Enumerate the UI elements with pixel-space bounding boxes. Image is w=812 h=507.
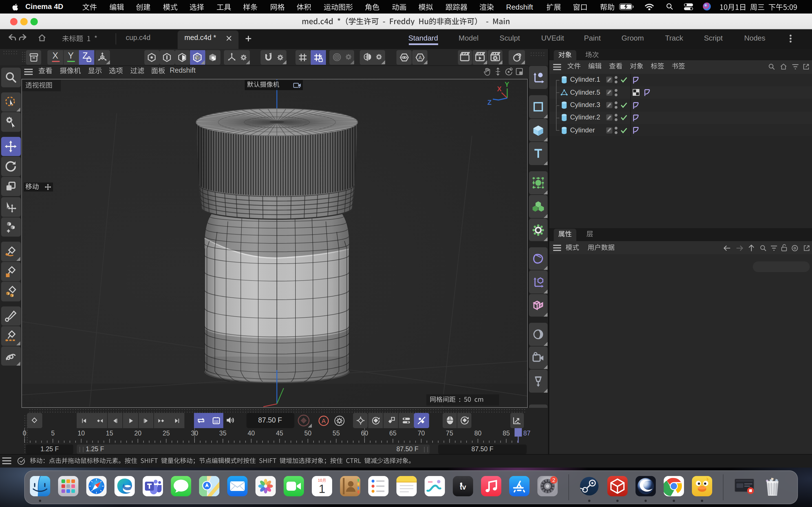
svg-text:5: 5	[51, 430, 55, 437]
svg-text:30: 30	[191, 430, 198, 437]
svg-text:65: 65	[389, 430, 397, 437]
svg-text:Z: Z	[488, 99, 492, 106]
svg-text:60: 60	[361, 430, 368, 437]
svg-text:2: 2	[552, 477, 555, 483]
svg-text:70: 70	[417, 430, 425, 437]
svg-text:15: 15	[106, 430, 113, 437]
svg-text:35: 35	[219, 430, 227, 437]
svg-text:87: 87	[523, 430, 530, 437]
svg-text:X: X	[497, 85, 502, 93]
svg-text:10月: 10月	[317, 478, 326, 482]
svg-text:1: 1	[318, 482, 325, 495]
svg-text:A: A	[322, 417, 326, 424]
svg-text:85: 85	[503, 430, 510, 437]
svg-text:50: 50	[304, 430, 312, 437]
svg-text:80: 80	[474, 430, 481, 437]
svg-text:25: 25	[163, 430, 170, 437]
svg-text:A: A	[418, 54, 422, 60]
svg-text:10: 10	[78, 430, 85, 437]
svg-text:45: 45	[276, 430, 283, 437]
svg-text:0: 0	[23, 430, 27, 437]
svg-text:20: 20	[134, 430, 142, 437]
svg-text:75: 75	[446, 430, 453, 437]
svg-text:55: 55	[333, 430, 340, 437]
svg-text:Y: Y	[505, 80, 509, 88]
svg-text:40: 40	[248, 430, 255, 437]
